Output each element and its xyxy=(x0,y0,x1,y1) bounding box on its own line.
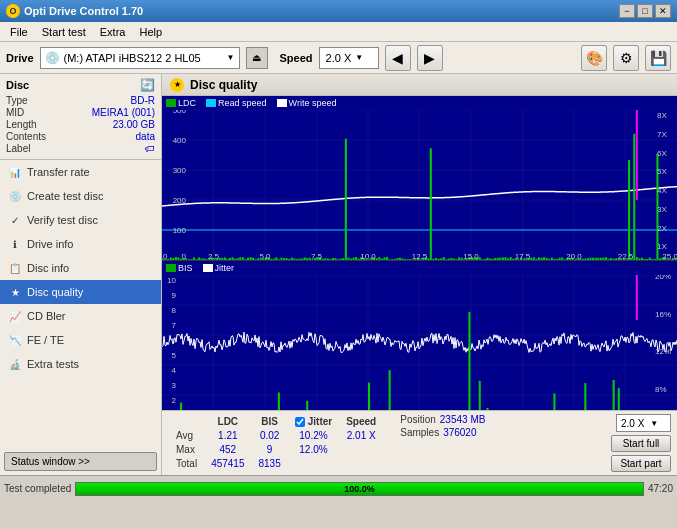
samples-value: 376020 xyxy=(443,427,476,438)
status-label: Test completed xyxy=(4,483,71,494)
drive-label: Drive xyxy=(6,52,34,64)
close-button[interactable]: ✕ xyxy=(655,4,671,18)
legend1-writespeed: Write speed xyxy=(277,98,337,108)
progress-bar: 100.0% xyxy=(75,482,644,496)
content-area: ★ Disc quality LDC Read speed xyxy=(162,74,677,475)
chart1-canvas xyxy=(162,110,677,260)
legend2-jitter-label: Jitter xyxy=(215,263,235,273)
minimize-button[interactable]: − xyxy=(619,4,635,18)
disc-type-value: BD-R xyxy=(131,95,155,106)
speed-select[interactable]: 2.0 X ▼ xyxy=(319,47,379,69)
disc-info-icon: 📋 xyxy=(8,261,22,275)
sidebar-item-drive-info[interactable]: ℹ Drive info xyxy=(0,232,161,256)
maximize-button[interactable]: □ xyxy=(637,4,653,18)
start-part-button[interactable]: Start part xyxy=(611,455,671,472)
stats-header-empty xyxy=(170,416,203,427)
stats-area: LDC BIS Jitter Speed Avg xyxy=(162,410,677,475)
legend2-bis-label: BIS xyxy=(178,263,193,273)
speed-back-button[interactable]: ◀ xyxy=(385,45,411,71)
menu-help[interactable]: Help xyxy=(133,25,168,39)
sidebar-label-disc-quality: Disc quality xyxy=(27,286,83,298)
content-title-icon: ★ xyxy=(170,78,184,92)
disc-contents-row: Contents data xyxy=(6,131,155,142)
title-bar: O Opti Drive Control 1.70 − □ ✕ xyxy=(0,0,677,22)
stats-row-avg: Avg 1.21 0.02 10.2% 2.01 X xyxy=(170,429,382,441)
speed-controls: 2.0 X ▼ Start full Start part xyxy=(611,414,671,472)
extra-tests-icon: 🔬 xyxy=(8,357,22,371)
menu-start-test[interactable]: Start test xyxy=(36,25,92,39)
samples-row: Samples 376020 xyxy=(400,427,485,438)
jitter-checkbox[interactable] xyxy=(295,417,305,427)
disc-label-icon[interactable]: 🏷 xyxy=(145,143,155,154)
save-button[interactable]: 💾 xyxy=(645,45,671,71)
settings-button[interactable]: ⚙ xyxy=(613,45,639,71)
chart1-container: LDC Read speed Write speed xyxy=(162,96,677,260)
legend2-jitter: Jitter xyxy=(203,263,235,273)
sidebar-item-extra-tests[interactable]: 🔬 Extra tests xyxy=(0,352,161,376)
title-bar-buttons: − □ ✕ xyxy=(619,4,671,18)
sidebar-label-cd-bler: CD Bler xyxy=(27,310,66,322)
disc-mid-value: MEIRA1 (001) xyxy=(92,107,155,118)
sidebar-item-cd-bler[interactable]: 📈 CD Bler xyxy=(0,304,161,328)
legend1-ldc-color xyxy=(166,99,176,107)
sidebar-item-disc-quality[interactable]: ★ Disc quality xyxy=(0,280,161,304)
disc-length-label: Length xyxy=(6,119,37,130)
sidebar-label-drive-info: Drive info xyxy=(27,238,73,250)
sidebar-label-disc-info: Disc info xyxy=(27,262,69,274)
stats-row-total: Total 457415 8135 xyxy=(170,458,382,470)
legend2-bis-color xyxy=(166,264,176,272)
stats-max-bis: 9 xyxy=(253,443,287,455)
legend1-readspeed-label: Read speed xyxy=(218,98,267,108)
chart2-container: BIS Jitter xyxy=(162,260,677,410)
stats-avg-ldc: 1.21 xyxy=(205,429,250,441)
speed-dropdown-arrow: ▼ xyxy=(355,53,363,62)
sidebar: Disc 🔄 Type BD-R MID MEIRA1 (001) Length… xyxy=(0,74,162,475)
stats-max-jitter: 12.0% xyxy=(289,443,338,455)
sidebar-item-fe-te[interactable]: 📉 FE / TE xyxy=(0,328,161,352)
sidebar-nav: 📊 Transfer rate 💿 Create test disc ✓ Ver… xyxy=(0,160,161,448)
stats-row-max: Max 452 9 12.0% xyxy=(170,443,382,455)
legend1-ldc: LDC xyxy=(166,98,196,108)
disc-panel: Disc 🔄 Type BD-R MID MEIRA1 (001) Length… xyxy=(0,74,161,160)
chart1-legend: LDC Read speed Write speed xyxy=(162,96,677,110)
chart2-legend: BIS Jitter xyxy=(162,261,677,275)
stats-total-label: Total xyxy=(170,458,203,470)
sidebar-item-create-test-disc[interactable]: 💿 Create test disc xyxy=(0,184,161,208)
content-title: Disc quality xyxy=(190,78,257,92)
sidebar-item-verify-test-disc[interactable]: ✓ Verify test disc xyxy=(0,208,161,232)
start-full-button[interactable]: Start full xyxy=(611,435,671,452)
color-picker-button[interactable]: 🎨 xyxy=(581,45,607,71)
disc-refresh-icon[interactable]: 🔄 xyxy=(140,78,155,92)
sidebar-label-verify-test-disc: Verify test disc xyxy=(27,214,98,226)
legend1-writespeed-label: Write speed xyxy=(289,98,337,108)
legend2-bis: BIS xyxy=(166,263,193,273)
stats-max-label: Max xyxy=(170,443,203,455)
stats-speed-select[interactable]: 2.0 X ▼ xyxy=(616,414,671,432)
status-window-button[interactable]: Status window >> xyxy=(4,452,157,471)
title-bar-left: O Opti Drive Control 1.70 xyxy=(6,4,143,18)
menu-extra[interactable]: Extra xyxy=(94,25,132,39)
disc-type-row: Type BD-R xyxy=(6,95,155,106)
menu-bar: File Start test Extra Help xyxy=(0,22,677,42)
legend1-writespeed-color xyxy=(277,99,287,107)
verify-test-disc-icon: ✓ xyxy=(8,213,22,227)
legend1-readspeed-color xyxy=(206,99,216,107)
sidebar-label-create-test-disc: Create test disc xyxy=(27,190,103,202)
legend2-jitter-color xyxy=(203,264,213,272)
sidebar-item-transfer-rate[interactable]: 📊 Transfer rate xyxy=(0,160,161,184)
drive-dropdown-arrow: ▼ xyxy=(227,53,235,62)
sidebar-item-disc-info[interactable]: 📋 Disc info xyxy=(0,256,161,280)
disc-length-row: Length 23.00 GB xyxy=(6,119,155,130)
chart2-canvas xyxy=(162,275,677,410)
legend1-ldc-label: LDC xyxy=(178,98,196,108)
speed-forward-button[interactable]: ▶ xyxy=(417,45,443,71)
stats-header-bis: BIS xyxy=(253,416,287,427)
bottom-bar: Test completed 100.0% 47:20 xyxy=(0,475,677,501)
position-label: Position xyxy=(400,414,436,425)
drive-eject-button[interactable]: ⏏ xyxy=(246,47,268,69)
legend1-readspeed: Read speed xyxy=(206,98,267,108)
fe-te-icon: 📉 xyxy=(8,333,22,347)
drive-select[interactable]: 💿 (M:) ATAPI iHBS212 2 HL05 ▼ xyxy=(40,47,240,69)
create-test-disc-icon: 💿 xyxy=(8,189,22,203)
menu-file[interactable]: File xyxy=(4,25,34,39)
